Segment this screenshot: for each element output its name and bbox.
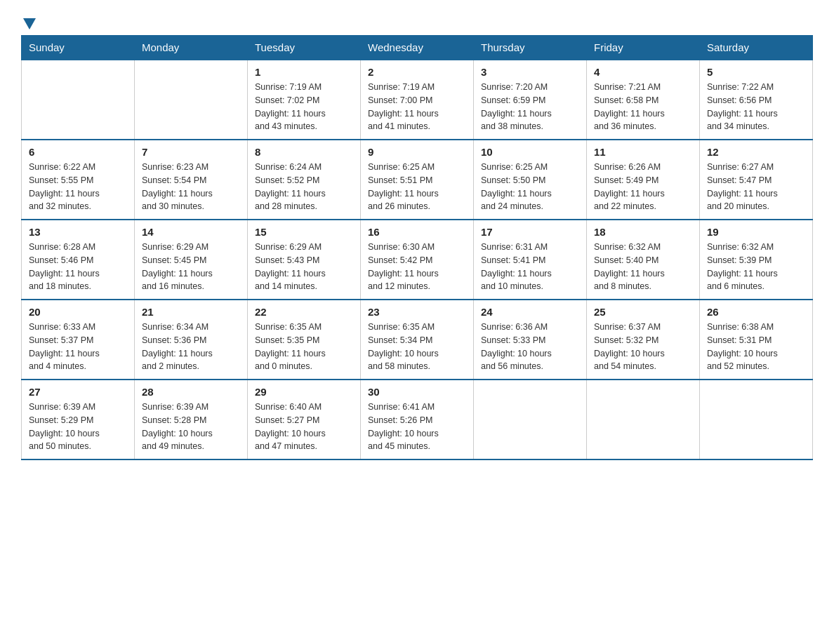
day-number: 26 [707, 306, 805, 318]
page-header [21, 14, 813, 28]
day-info: Sunrise: 6:29 AM Sunset: 5:45 PM Dayligh… [142, 241, 240, 293]
day-number: 17 [481, 226, 579, 238]
day-number: 20 [29, 306, 127, 318]
day-info: Sunrise: 6:24 AM Sunset: 5:52 PM Dayligh… [255, 161, 353, 213]
day-number: 5 [707, 66, 805, 78]
day-info: Sunrise: 6:26 AM Sunset: 5:49 PM Dayligh… [594, 161, 692, 213]
calendar-cell: 24Sunrise: 6:36 AM Sunset: 5:33 PM Dayli… [474, 300, 587, 380]
day-number: 4 [594, 66, 692, 78]
day-info: Sunrise: 6:23 AM Sunset: 5:54 PM Dayligh… [142, 161, 240, 213]
calendar-cell: 12Sunrise: 6:27 AM Sunset: 5:47 PM Dayli… [700, 140, 813, 220]
calendar-cell: 11Sunrise: 6:26 AM Sunset: 5:49 PM Dayli… [587, 140, 700, 220]
day-number: 30 [368, 386, 466, 398]
day-info: Sunrise: 7:19 AM Sunset: 7:00 PM Dayligh… [368, 81, 466, 133]
column-header-monday: Monday [135, 36, 248, 60]
day-info: Sunrise: 6:39 AM Sunset: 5:28 PM Dayligh… [142, 401, 240, 453]
day-number: 22 [255, 306, 353, 318]
day-info: Sunrise: 6:41 AM Sunset: 5:26 PM Dayligh… [368, 401, 466, 453]
calendar-cell: 16Sunrise: 6:30 AM Sunset: 5:42 PM Dayli… [361, 220, 474, 300]
day-info: Sunrise: 6:35 AM Sunset: 5:34 PM Dayligh… [368, 321, 466, 373]
day-number: 25 [594, 306, 692, 318]
day-number: 10 [481, 146, 579, 158]
day-info: Sunrise: 6:40 AM Sunset: 5:27 PM Dayligh… [255, 401, 353, 453]
calendar-cell: 6Sunrise: 6:22 AM Sunset: 5:55 PM Daylig… [22, 140, 135, 220]
calendar-week-3: 13Sunrise: 6:28 AM Sunset: 5:46 PM Dayli… [22, 220, 813, 300]
day-info: Sunrise: 6:36 AM Sunset: 5:33 PM Dayligh… [481, 321, 579, 373]
day-number: 29 [255, 386, 353, 398]
logo-arrow-icon [23, 18, 36, 32]
column-header-wednesday: Wednesday [361, 36, 474, 60]
calendar-week-1: 1Sunrise: 7:19 AM Sunset: 7:02 PM Daylig… [22, 60, 813, 140]
calendar-cell: 28Sunrise: 6:39 AM Sunset: 5:28 PM Dayli… [135, 380, 248, 459]
calendar-week-5: 27Sunrise: 6:39 AM Sunset: 5:29 PM Dayli… [22, 380, 813, 459]
calendar-cell: 10Sunrise: 6:25 AM Sunset: 5:50 PM Dayli… [474, 140, 587, 220]
calendar-cell [700, 380, 813, 459]
calendar-week-2: 6Sunrise: 6:22 AM Sunset: 5:55 PM Daylig… [22, 140, 813, 220]
calendar-cell: 7Sunrise: 6:23 AM Sunset: 5:54 PM Daylig… [135, 140, 248, 220]
calendar-cell: 4Sunrise: 7:21 AM Sunset: 6:58 PM Daylig… [587, 60, 700, 140]
calendar-cell: 23Sunrise: 6:35 AM Sunset: 5:34 PM Dayli… [361, 300, 474, 380]
day-number: 15 [255, 226, 353, 238]
calendar-cell: 3Sunrise: 7:20 AM Sunset: 6:59 PM Daylig… [474, 60, 587, 140]
day-info: Sunrise: 7:20 AM Sunset: 6:59 PM Dayligh… [481, 81, 579, 133]
day-number: 12 [707, 146, 805, 158]
day-info: Sunrise: 6:27 AM Sunset: 5:47 PM Dayligh… [707, 161, 805, 213]
day-info: Sunrise: 6:38 AM Sunset: 5:31 PM Dayligh… [707, 321, 805, 373]
day-info: Sunrise: 7:19 AM Sunset: 7:02 PM Dayligh… [255, 81, 353, 133]
day-info: Sunrise: 6:33 AM Sunset: 5:37 PM Dayligh… [29, 321, 127, 373]
calendar-cell: 22Sunrise: 6:35 AM Sunset: 5:35 PM Dayli… [248, 300, 361, 380]
calendar-cell: 26Sunrise: 6:38 AM Sunset: 5:31 PM Dayli… [700, 300, 813, 380]
calendar-cell: 9Sunrise: 6:25 AM Sunset: 5:51 PM Daylig… [361, 140, 474, 220]
column-header-sunday: Sunday [22, 36, 135, 60]
logo [21, 14, 36, 28]
day-info: Sunrise: 6:30 AM Sunset: 5:42 PM Dayligh… [368, 241, 466, 293]
day-info: Sunrise: 6:39 AM Sunset: 5:29 PM Dayligh… [29, 401, 127, 453]
day-info: Sunrise: 7:22 AM Sunset: 6:56 PM Dayligh… [707, 81, 805, 133]
calendar-cell: 25Sunrise: 6:37 AM Sunset: 5:32 PM Dayli… [587, 300, 700, 380]
day-info: Sunrise: 6:28 AM Sunset: 5:46 PM Dayligh… [29, 241, 127, 293]
day-number: 18 [594, 226, 692, 238]
calendar-cell: 29Sunrise: 6:40 AM Sunset: 5:27 PM Dayli… [248, 380, 361, 459]
day-number: 13 [29, 226, 127, 238]
calendar-cell: 2Sunrise: 7:19 AM Sunset: 7:00 PM Daylig… [361, 60, 474, 140]
day-number: 16 [368, 226, 466, 238]
calendar-cell: 27Sunrise: 6:39 AM Sunset: 5:29 PM Dayli… [22, 380, 135, 459]
day-number: 11 [594, 146, 692, 158]
day-info: Sunrise: 6:22 AM Sunset: 5:55 PM Dayligh… [29, 161, 127, 213]
calendar-header-row: SundayMondayTuesdayWednesdayThursdayFrid… [22, 36, 813, 60]
day-info: Sunrise: 6:37 AM Sunset: 5:32 PM Dayligh… [594, 321, 692, 373]
day-number: 6 [29, 146, 127, 158]
calendar-table: SundayMondayTuesdayWednesdayThursdayFrid… [21, 35, 813, 460]
day-info: Sunrise: 6:25 AM Sunset: 5:51 PM Dayligh… [368, 161, 466, 213]
day-number: 14 [142, 226, 240, 238]
svg-marker-0 [23, 18, 36, 29]
calendar-cell: 20Sunrise: 6:33 AM Sunset: 5:37 PM Dayli… [22, 300, 135, 380]
calendar-cell: 8Sunrise: 6:24 AM Sunset: 5:52 PM Daylig… [248, 140, 361, 220]
day-number: 21 [142, 306, 240, 318]
calendar-cell: 15Sunrise: 6:29 AM Sunset: 5:43 PM Dayli… [248, 220, 361, 300]
calendar-cell [22, 60, 135, 140]
calendar-cell: 21Sunrise: 6:34 AM Sunset: 5:36 PM Dayli… [135, 300, 248, 380]
calendar-cell [474, 380, 587, 459]
calendar-week-4: 20Sunrise: 6:33 AM Sunset: 5:37 PM Dayli… [22, 300, 813, 380]
calendar-cell [135, 60, 248, 140]
day-info: Sunrise: 6:32 AM Sunset: 5:39 PM Dayligh… [707, 241, 805, 293]
calendar-cell [587, 380, 700, 459]
column-header-tuesday: Tuesday [248, 36, 361, 60]
day-info: Sunrise: 6:31 AM Sunset: 5:41 PM Dayligh… [481, 241, 579, 293]
calendar-cell: 30Sunrise: 6:41 AM Sunset: 5:26 PM Dayli… [361, 380, 474, 459]
calendar-cell: 13Sunrise: 6:28 AM Sunset: 5:46 PM Dayli… [22, 220, 135, 300]
day-info: Sunrise: 7:21 AM Sunset: 6:58 PM Dayligh… [594, 81, 692, 133]
day-number: 1 [255, 66, 353, 78]
column-header-friday: Friday [587, 36, 700, 60]
calendar-cell: 17Sunrise: 6:31 AM Sunset: 5:41 PM Dayli… [474, 220, 587, 300]
day-number: 7 [142, 146, 240, 158]
day-number: 8 [255, 146, 353, 158]
calendar-cell: 18Sunrise: 6:32 AM Sunset: 5:40 PM Dayli… [587, 220, 700, 300]
column-header-saturday: Saturday [700, 36, 813, 60]
calendar-cell: 14Sunrise: 6:29 AM Sunset: 5:45 PM Dayli… [135, 220, 248, 300]
day-info: Sunrise: 6:25 AM Sunset: 5:50 PM Dayligh… [481, 161, 579, 213]
day-number: 19 [707, 226, 805, 238]
day-info: Sunrise: 6:34 AM Sunset: 5:36 PM Dayligh… [142, 321, 240, 373]
day-number: 2 [368, 66, 466, 78]
